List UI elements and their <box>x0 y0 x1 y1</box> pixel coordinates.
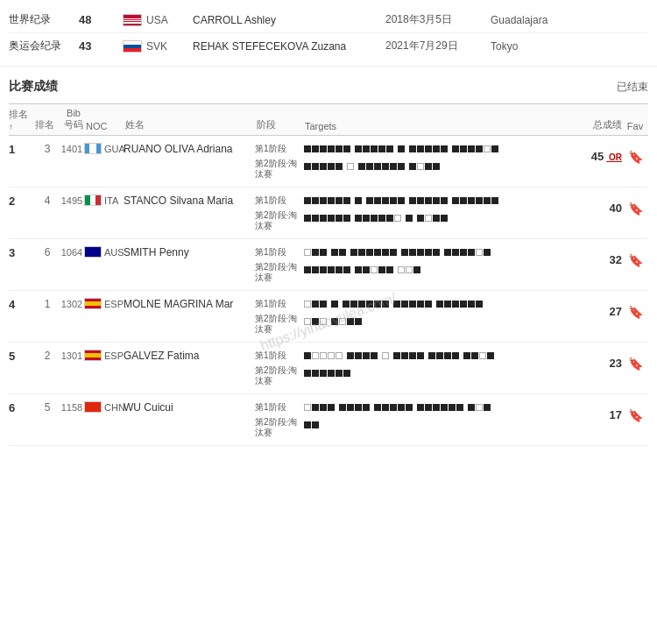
target-hit <box>441 145 448 152</box>
rank-header[interactable]: 排名 ↑ <box>9 108 35 131</box>
rank2-value: 6 <box>35 244 60 258</box>
bookmark-icon: 🔖 <box>628 357 643 371</box>
bib-value: 1158 <box>60 400 84 414</box>
target-hit <box>304 370 311 377</box>
target-hit <box>386 145 393 152</box>
target-hit <box>355 215 362 222</box>
target-hit <box>468 404 475 411</box>
target-hit <box>476 301 483 308</box>
bib-value: 1064 <box>60 244 84 258</box>
target-hit <box>304 352 311 359</box>
fav-button[interactable]: 🔖 <box>622 244 648 267</box>
bib-header: Bib 号码 <box>61 108 86 131</box>
record-name: CARROLL Ashley <box>193 14 385 26</box>
target-miss <box>398 266 405 273</box>
targets-row <box>303 266 423 273</box>
target-hit <box>320 266 327 273</box>
phase-targets <box>303 417 574 433</box>
target-hit <box>409 301 416 308</box>
target-hit <box>390 197 397 204</box>
target-hit <box>355 197 362 204</box>
rank-value: 5 <box>9 348 35 363</box>
target-hit <box>350 249 357 256</box>
results-header: 比赛成绩 已结束 <box>9 74 648 100</box>
fav-button[interactable]: 🔖 <box>622 193 648 216</box>
target-hit <box>425 301 432 308</box>
target-hit <box>355 145 362 152</box>
fav-button[interactable]: 🔖 <box>622 348 648 371</box>
target-hit <box>409 197 416 204</box>
target-hit <box>441 215 448 222</box>
total-value: 45 OR <box>574 141 622 163</box>
rank-value: 4 <box>9 296 35 311</box>
athlete-main: 521301ESPGALVEZ Fatima第1阶段第2阶段·淘汰赛23🔖 <box>9 343 648 393</box>
target-hit <box>452 352 459 359</box>
noc-value: ESP <box>84 296 124 309</box>
target-miss <box>339 318 346 325</box>
fav-button[interactable]: 🔖 <box>622 296 648 319</box>
fav-button[interactable]: 🔖 <box>622 400 648 422</box>
target-miss <box>371 266 378 273</box>
target-hit <box>304 145 311 152</box>
rank2-value: 4 <box>35 193 60 207</box>
rank2-header: 排名 <box>35 118 61 131</box>
bookmark-icon: 🔖 <box>628 408 643 422</box>
target-hit <box>339 404 346 411</box>
target-hit <box>456 404 463 411</box>
phases-col: 第1阶段第2阶段·淘汰赛 <box>255 296 303 336</box>
target-hit <box>433 163 440 170</box>
bib-value: 1302 <box>60 296 84 310</box>
phase-targets <box>303 193 574 209</box>
target-hit <box>328 163 335 170</box>
flag-icon <box>123 14 142 26</box>
target-hit <box>304 266 311 273</box>
total-value: 27 <box>574 296 622 318</box>
fav-button[interactable]: 🔖 <box>622 141 648 164</box>
target-hit <box>401 249 408 256</box>
flag-icon <box>123 40 142 53</box>
total-value: 17 <box>574 400 622 421</box>
noc-header: NOC <box>86 121 125 131</box>
athlete-name: WU Cuicui <box>124 400 255 414</box>
rank2-value: 2 <box>35 348 60 362</box>
phase-targets <box>303 262 574 278</box>
bib-value: 1401 <box>60 141 84 155</box>
targets-col <box>303 296 574 331</box>
target-hit <box>363 215 370 222</box>
target-hit <box>363 266 370 273</box>
target-hit <box>460 301 467 308</box>
target-hit <box>452 249 459 256</box>
noc-label: ESP <box>104 350 124 361</box>
target-hit <box>371 352 378 359</box>
target-hit <box>390 163 397 170</box>
target-hit <box>336 145 343 152</box>
target-hit <box>366 249 373 256</box>
target-hit <box>320 197 327 204</box>
target-hit <box>343 197 350 204</box>
target-hit <box>382 197 389 204</box>
athlete-main: 131401GUARUANO OLIVA Adriana第1阶段第2阶段·淘汰赛… <box>9 136 648 187</box>
target-hit <box>378 215 385 222</box>
target-hit <box>491 197 498 204</box>
target-miss <box>320 318 327 325</box>
target-hit <box>312 370 319 377</box>
target-hit <box>425 197 432 204</box>
record-row: 奥运会纪录 43 SVK REHAK STEFECEKOVA Zuzana 20… <box>9 33 648 59</box>
target-hit <box>320 163 327 170</box>
targets-header: Targets <box>305 121 574 131</box>
target-miss <box>320 352 327 359</box>
flag-icon <box>84 246 102 258</box>
record-score: 43 <box>79 39 123 53</box>
target-hit <box>452 145 459 152</box>
target-hit <box>371 145 378 152</box>
target-hit <box>374 163 381 170</box>
target-hit <box>339 249 346 256</box>
target-hit <box>382 163 389 170</box>
phase-label: 第2阶段·淘汰赛 <box>255 262 303 283</box>
phase-label: 第2阶段·淘汰赛 <box>255 417 303 438</box>
target-hit <box>491 145 498 152</box>
target-hit <box>417 249 424 256</box>
target-hit <box>433 404 440 411</box>
athlete-name: SMITH Penny <box>124 244 255 258</box>
target-hit <box>343 215 350 222</box>
